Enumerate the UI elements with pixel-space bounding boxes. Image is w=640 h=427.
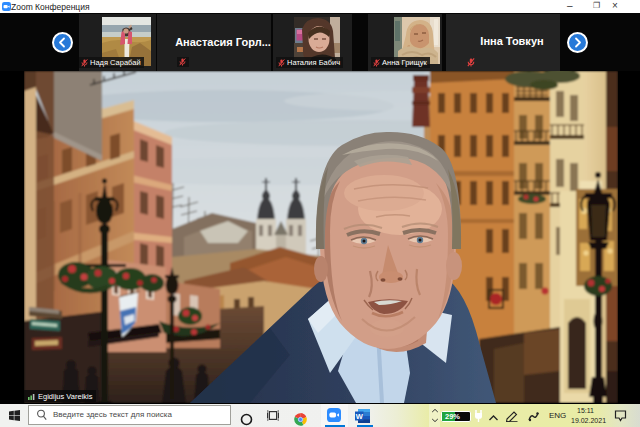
svg-text:W: W (356, 411, 364, 420)
